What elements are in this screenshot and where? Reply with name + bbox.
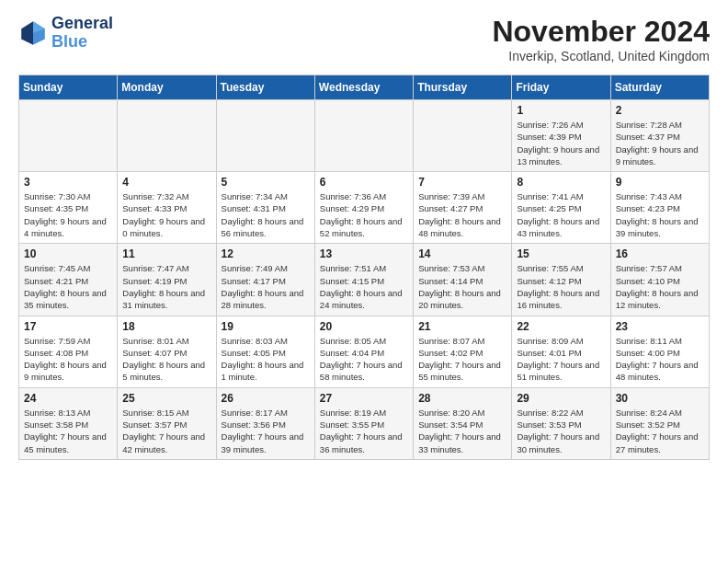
- day-number: 10: [24, 247, 112, 260]
- day-cell: 19Sunrise: 8:03 AM Sunset: 4:05 PM Dayli…: [216, 316, 314, 387]
- day-info: Sunrise: 7:30 AM Sunset: 4:35 PM Dayligh…: [24, 190, 112, 239]
- day-cell: 11Sunrise: 7:47 AM Sunset: 4:19 PM Dayli…: [118, 244, 216, 316]
- location: Inverkip, Scotland, United Kingdom: [492, 49, 710, 63]
- day-cell: [314, 100, 413, 172]
- day-cell: 8Sunrise: 7:41 AM Sunset: 4:25 PM Daylig…: [512, 172, 610, 244]
- day-info: Sunrise: 8:13 AM Sunset: 3:58 PM Dayligh…: [24, 407, 112, 455]
- day-number: 6: [320, 176, 408, 189]
- day-number: 29: [517, 392, 605, 405]
- day-cell: 30Sunrise: 8:24 AM Sunset: 3:52 PM Dayli…: [610, 387, 709, 459]
- day-number: 25: [122, 392, 210, 405]
- day-cell: [19, 100, 118, 172]
- day-info: Sunrise: 7:59 AM Sunset: 4:08 PM Dayligh…: [24, 335, 112, 384]
- day-cell: 10Sunrise: 7:45 AM Sunset: 4:21 PM Dayli…: [19, 244, 118, 316]
- day-number: 7: [418, 176, 506, 189]
- day-cell: 17Sunrise: 7:59 AM Sunset: 4:08 PM Dayli…: [19, 316, 118, 387]
- header-wednesday: Wednesday: [314, 75, 413, 100]
- header-row: General Blue November 2024 Inverkip, Sco…: [18, 15, 710, 63]
- calendar-table: SundayMondayTuesdayWednesdayThursdayFrid…: [18, 75, 710, 460]
- day-number: 11: [122, 247, 210, 260]
- day-info: Sunrise: 8:11 AM Sunset: 4:00 PM Dayligh…: [616, 335, 704, 384]
- day-info: Sunrise: 8:24 AM Sunset: 3:52 PM Dayligh…: [616, 407, 704, 455]
- header-friday: Friday: [512, 75, 610, 100]
- day-info: Sunrise: 8:17 AM Sunset: 3:56 PM Dayligh…: [222, 407, 310, 455]
- week-row-1: 3Sunrise: 7:30 AM Sunset: 4:35 PM Daylig…: [19, 172, 710, 244]
- day-info: Sunrise: 7:36 AM Sunset: 4:29 PM Dayligh…: [320, 190, 408, 239]
- day-number: 23: [616, 320, 704, 333]
- day-number: 13: [320, 247, 408, 260]
- day-cell: 3Sunrise: 7:30 AM Sunset: 4:35 PM Daylig…: [19, 172, 118, 244]
- day-number: 24: [24, 392, 112, 405]
- day-cell: 26Sunrise: 8:17 AM Sunset: 3:56 PM Dayli…: [216, 387, 314, 459]
- day-info: Sunrise: 7:45 AM Sunset: 4:21 PM Dayligh…: [24, 262, 112, 311]
- day-number: 26: [222, 392, 310, 405]
- day-cell: 28Sunrise: 8:20 AM Sunset: 3:54 PM Dayli…: [414, 387, 512, 459]
- day-cell: 1Sunrise: 7:26 AM Sunset: 4:39 PM Daylig…: [512, 100, 610, 172]
- day-info: Sunrise: 7:47 AM Sunset: 4:19 PM Dayligh…: [122, 262, 210, 311]
- day-cell: 6Sunrise: 7:36 AM Sunset: 4:29 PM Daylig…: [314, 172, 413, 244]
- day-cell: 21Sunrise: 8:07 AM Sunset: 4:02 PM Dayli…: [414, 316, 512, 387]
- day-info: Sunrise: 7:43 AM Sunset: 4:23 PM Dayligh…: [616, 190, 704, 239]
- day-number: 14: [418, 247, 506, 260]
- day-info: Sunrise: 8:05 AM Sunset: 4:04 PM Dayligh…: [320, 335, 408, 384]
- day-number: 12: [222, 247, 310, 260]
- day-number: 27: [320, 392, 408, 405]
- day-cell: 16Sunrise: 7:57 AM Sunset: 4:10 PM Dayli…: [610, 244, 709, 316]
- day-cell: 29Sunrise: 8:22 AM Sunset: 3:53 PM Dayli…: [512, 387, 610, 459]
- day-number: 30: [616, 392, 704, 405]
- day-number: 15: [517, 247, 605, 260]
- day-info: Sunrise: 7:28 AM Sunset: 4:37 PM Dayligh…: [616, 119, 704, 167]
- day-info: Sunrise: 8:09 AM Sunset: 4:01 PM Dayligh…: [517, 335, 605, 384]
- day-number: 3: [24, 176, 112, 189]
- day-number: 8: [517, 176, 605, 189]
- day-info: Sunrise: 7:26 AM Sunset: 4:39 PM Dayligh…: [517, 119, 605, 167]
- week-row-2: 10Sunrise: 7:45 AM Sunset: 4:21 PM Dayli…: [19, 244, 710, 316]
- day-info: Sunrise: 8:22 AM Sunset: 3:53 PM Dayligh…: [517, 407, 605, 455]
- day-number: 1: [517, 104, 605, 117]
- day-cell: 7Sunrise: 7:39 AM Sunset: 4:27 PM Daylig…: [414, 172, 512, 244]
- header-sunday: Sunday: [19, 75, 118, 100]
- day-number: 17: [24, 320, 112, 333]
- day-cell: 12Sunrise: 7:49 AM Sunset: 4:17 PM Dayli…: [216, 244, 314, 316]
- day-cell: 27Sunrise: 8:19 AM Sunset: 3:55 PM Dayli…: [314, 387, 413, 459]
- day-info: Sunrise: 8:01 AM Sunset: 4:07 PM Dayligh…: [122, 335, 210, 384]
- header-tuesday: Tuesday: [216, 75, 314, 100]
- day-cell: 14Sunrise: 7:53 AM Sunset: 4:14 PM Dayli…: [414, 244, 512, 316]
- page-container: General Blue November 2024 Inverkip, Sco…: [0, 0, 728, 475]
- header-row-days: SundayMondayTuesdayWednesdayThursdayFrid…: [19, 75, 710, 100]
- day-cell: [216, 100, 314, 172]
- day-cell: [414, 100, 512, 172]
- week-row-4: 24Sunrise: 8:13 AM Sunset: 3:58 PM Dayli…: [19, 387, 710, 459]
- day-info: Sunrise: 7:34 AM Sunset: 4:31 PM Dayligh…: [222, 190, 310, 239]
- day-number: 22: [517, 320, 605, 333]
- day-cell: 2Sunrise: 7:28 AM Sunset: 4:37 PM Daylig…: [610, 100, 709, 172]
- day-cell: 23Sunrise: 8:11 AM Sunset: 4:00 PM Dayli…: [610, 316, 709, 387]
- day-cell: 20Sunrise: 8:05 AM Sunset: 4:04 PM Dayli…: [314, 316, 413, 387]
- logo-text: General Blue: [51, 15, 113, 52]
- month-title: November 2024: [492, 15, 710, 49]
- logo: General Blue: [18, 15, 113, 52]
- day-number: 4: [122, 176, 210, 189]
- day-number: 16: [616, 247, 704, 260]
- day-number: 20: [320, 320, 408, 333]
- day-cell: 15Sunrise: 7:55 AM Sunset: 4:12 PM Dayli…: [512, 244, 610, 316]
- day-info: Sunrise: 8:19 AM Sunset: 3:55 PM Dayligh…: [320, 407, 408, 455]
- day-info: Sunrise: 7:53 AM Sunset: 4:14 PM Dayligh…: [418, 262, 506, 311]
- day-number: 19: [222, 320, 310, 333]
- week-row-0: 1Sunrise: 7:26 AM Sunset: 4:39 PM Daylig…: [19, 100, 710, 172]
- week-row-3: 17Sunrise: 7:59 AM Sunset: 4:08 PM Dayli…: [19, 316, 710, 387]
- day-info: Sunrise: 7:51 AM Sunset: 4:15 PM Dayligh…: [320, 262, 408, 311]
- day-info: Sunrise: 7:39 AM Sunset: 4:27 PM Dayligh…: [418, 190, 506, 239]
- day-number: 5: [222, 176, 310, 189]
- day-info: Sunrise: 7:49 AM Sunset: 4:17 PM Dayligh…: [222, 262, 310, 311]
- day-number: 9: [616, 176, 704, 189]
- day-info: Sunrise: 8:15 AM Sunset: 3:57 PM Dayligh…: [122, 407, 210, 455]
- day-cell: [118, 100, 216, 172]
- day-cell: 24Sunrise: 8:13 AM Sunset: 3:58 PM Dayli…: [19, 387, 118, 459]
- header-thursday: Thursday: [414, 75, 512, 100]
- day-info: Sunrise: 8:07 AM Sunset: 4:02 PM Dayligh…: [418, 335, 506, 384]
- day-cell: 22Sunrise: 8:09 AM Sunset: 4:01 PM Dayli…: [512, 316, 610, 387]
- day-info: Sunrise: 8:03 AM Sunset: 4:05 PM Dayligh…: [222, 335, 310, 384]
- day-info: Sunrise: 7:41 AM Sunset: 4:25 PM Dayligh…: [517, 190, 605, 239]
- header-saturday: Saturday: [610, 75, 709, 100]
